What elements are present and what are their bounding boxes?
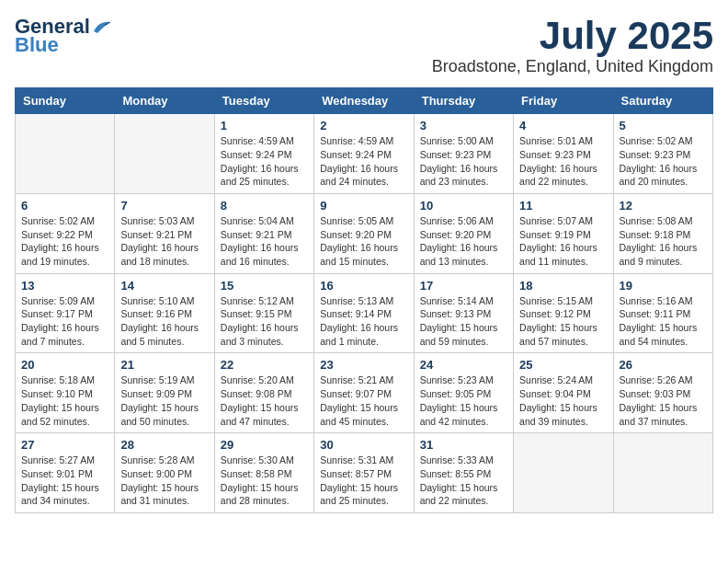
day-number: 7 bbox=[120, 199, 208, 213]
day-number: 22 bbox=[221, 358, 308, 372]
calendar-cell: 19Sunrise: 5:16 AM Sunset: 9:11 PM Dayli… bbox=[613, 273, 712, 353]
day-number: 23 bbox=[320, 358, 407, 372]
day-number: 21 bbox=[120, 358, 208, 372]
day-number: 2 bbox=[320, 119, 407, 132]
calendar-header-friday: Friday bbox=[514, 88, 613, 114]
day-info: Sunrise: 5:06 AM Sunset: 9:20 PM Dayligh… bbox=[420, 214, 507, 269]
day-number: 11 bbox=[519, 199, 607, 213]
logo-bird-icon bbox=[92, 18, 112, 35]
month-title: July 2025 bbox=[432, 15, 713, 57]
logo: General Blue bbox=[15, 15, 112, 57]
calendar-cell bbox=[115, 114, 214, 194]
calendar-cell: 26Sunrise: 5:26 AM Sunset: 9:03 PM Dayli… bbox=[613, 353, 712, 433]
day-info: Sunrise: 5:30 AM Sunset: 8:58 PM Dayligh… bbox=[221, 454, 308, 508]
calendar-cell: 16Sunrise: 5:13 AM Sunset: 9:14 PM Dayli… bbox=[314, 273, 414, 353]
day-number: 8 bbox=[221, 199, 308, 213]
day-number: 28 bbox=[120, 438, 208, 452]
day-number: 26 bbox=[620, 358, 707, 372]
day-info: Sunrise: 5:21 AM Sunset: 9:07 PM Dayligh… bbox=[320, 373, 407, 428]
day-info: Sunrise: 5:08 AM Sunset: 9:18 PM Dayligh… bbox=[620, 214, 707, 269]
calendar-header-thursday: Thursday bbox=[414, 88, 513, 114]
calendar-cell bbox=[16, 114, 115, 194]
page-header: General Blue July 2025 Broadstone, Engla… bbox=[15, 15, 713, 76]
day-info: Sunrise: 5:00 AM Sunset: 9:23 PM Dayligh… bbox=[420, 134, 507, 189]
calendar-cell: 6Sunrise: 5:02 AM Sunset: 9:22 PM Daylig… bbox=[16, 193, 115, 273]
day-number: 24 bbox=[420, 358, 507, 372]
calendar-cell: 13Sunrise: 5:09 AM Sunset: 9:17 PM Dayli… bbox=[16, 273, 115, 353]
calendar-cell: 14Sunrise: 5:10 AM Sunset: 9:16 PM Dayli… bbox=[115, 273, 214, 353]
day-info: Sunrise: 5:20 AM Sunset: 9:08 PM Dayligh… bbox=[221, 373, 308, 428]
day-info: Sunrise: 5:05 AM Sunset: 9:20 PM Dayligh… bbox=[320, 214, 407, 269]
calendar-cell: 18Sunrise: 5:15 AM Sunset: 9:12 PM Dayli… bbox=[514, 273, 613, 353]
calendar-header-row: SundayMondayTuesdayWednesdayThursdayFrid… bbox=[16, 88, 713, 114]
day-number: 29 bbox=[221, 438, 308, 452]
calendar-cell: 28Sunrise: 5:28 AM Sunset: 9:00 PM Dayli… bbox=[115, 433, 214, 513]
day-number: 17 bbox=[420, 279, 507, 293]
day-number: 6 bbox=[21, 199, 108, 213]
calendar-header-wednesday: Wednesday bbox=[314, 88, 414, 114]
calendar-cell: 30Sunrise: 5:31 AM Sunset: 8:57 PM Dayli… bbox=[314, 433, 414, 513]
calendar-header-sunday: Sunday bbox=[16, 88, 115, 114]
day-number: 10 bbox=[420, 199, 507, 213]
calendar-cell: 2Sunrise: 4:59 AM Sunset: 9:24 PM Daylig… bbox=[314, 114, 414, 194]
calendar-cell: 11Sunrise: 5:07 AM Sunset: 9:19 PM Dayli… bbox=[514, 193, 613, 273]
day-info: Sunrise: 5:16 AM Sunset: 9:11 PM Dayligh… bbox=[620, 294, 707, 349]
day-number: 3 bbox=[420, 119, 507, 132]
calendar-week-row-5: 27Sunrise: 5:27 AM Sunset: 9:01 PM Dayli… bbox=[16, 433, 713, 513]
location: Broadstone, England, United Kingdom bbox=[432, 57, 713, 76]
calendar-week-row-1: 1Sunrise: 4:59 AM Sunset: 9:24 PM Daylig… bbox=[16, 114, 713, 194]
day-number: 13 bbox=[21, 279, 108, 293]
calendar-cell bbox=[514, 433, 613, 513]
day-info: Sunrise: 5:02 AM Sunset: 9:22 PM Dayligh… bbox=[21, 214, 108, 269]
calendar-cell: 29Sunrise: 5:30 AM Sunset: 8:58 PM Dayli… bbox=[214, 433, 313, 513]
logo-blue: Blue bbox=[15, 33, 59, 57]
day-info: Sunrise: 5:10 AM Sunset: 9:16 PM Dayligh… bbox=[120, 294, 208, 349]
calendar-cell: 25Sunrise: 5:24 AM Sunset: 9:04 PM Dayli… bbox=[514, 353, 613, 433]
calendar-cell: 31Sunrise: 5:33 AM Sunset: 8:55 PM Dayli… bbox=[414, 433, 513, 513]
calendar-cell: 8Sunrise: 5:04 AM Sunset: 9:21 PM Daylig… bbox=[214, 193, 313, 273]
calendar-cell: 4Sunrise: 5:01 AM Sunset: 9:23 PM Daylig… bbox=[514, 114, 613, 194]
day-info: Sunrise: 5:27 AM Sunset: 9:01 PM Dayligh… bbox=[21, 454, 108, 508]
day-info: Sunrise: 5:28 AM Sunset: 9:00 PM Dayligh… bbox=[120, 454, 208, 508]
day-number: 27 bbox=[21, 438, 108, 452]
day-info: Sunrise: 5:04 AM Sunset: 9:21 PM Dayligh… bbox=[221, 214, 308, 269]
day-info: Sunrise: 5:12 AM Sunset: 9:15 PM Dayligh… bbox=[221, 294, 308, 349]
calendar-cell: 20Sunrise: 5:18 AM Sunset: 9:10 PM Dayli… bbox=[16, 353, 115, 433]
calendar-cell: 17Sunrise: 5:14 AM Sunset: 9:13 PM Dayli… bbox=[414, 273, 513, 353]
day-info: Sunrise: 5:01 AM Sunset: 9:23 PM Dayligh… bbox=[519, 134, 607, 189]
calendar-cell: 27Sunrise: 5:27 AM Sunset: 9:01 PM Dayli… bbox=[16, 433, 115, 513]
calendar-table: SundayMondayTuesdayWednesdayThursdayFrid… bbox=[15, 87, 713, 513]
calendar-cell: 15Sunrise: 5:12 AM Sunset: 9:15 PM Dayli… bbox=[214, 273, 313, 353]
day-info: Sunrise: 5:14 AM Sunset: 9:13 PM Dayligh… bbox=[420, 294, 507, 349]
calendar-cell: 22Sunrise: 5:20 AM Sunset: 9:08 PM Dayli… bbox=[214, 353, 313, 433]
day-number: 25 bbox=[519, 358, 607, 372]
day-number: 16 bbox=[320, 279, 407, 293]
calendar-cell: 10Sunrise: 5:06 AM Sunset: 9:20 PM Dayli… bbox=[414, 193, 513, 273]
calendar-cell: 7Sunrise: 5:03 AM Sunset: 9:21 PM Daylig… bbox=[115, 193, 214, 273]
day-number: 12 bbox=[620, 199, 707, 213]
day-info: Sunrise: 5:02 AM Sunset: 9:23 PM Dayligh… bbox=[620, 134, 707, 189]
day-info: Sunrise: 5:23 AM Sunset: 9:05 PM Dayligh… bbox=[420, 373, 507, 428]
day-number: 19 bbox=[620, 279, 707, 293]
calendar-week-row-2: 6Sunrise: 5:02 AM Sunset: 9:22 PM Daylig… bbox=[16, 193, 713, 273]
calendar-cell: 23Sunrise: 5:21 AM Sunset: 9:07 PM Dayli… bbox=[314, 353, 414, 433]
day-info: Sunrise: 5:09 AM Sunset: 9:17 PM Dayligh… bbox=[21, 294, 108, 349]
day-number: 4 bbox=[519, 119, 607, 132]
calendar-header-monday: Monday bbox=[115, 88, 214, 114]
calendar-cell: 12Sunrise: 5:08 AM Sunset: 9:18 PM Dayli… bbox=[613, 193, 712, 273]
calendar-cell: 5Sunrise: 5:02 AM Sunset: 9:23 PM Daylig… bbox=[613, 114, 712, 194]
day-number: 20 bbox=[21, 358, 108, 372]
title-section: July 2025 Broadstone, England, United Ki… bbox=[432, 15, 713, 76]
day-number: 18 bbox=[519, 279, 607, 293]
day-info: Sunrise: 5:19 AM Sunset: 9:09 PM Dayligh… bbox=[120, 373, 208, 428]
day-info: Sunrise: 5:07 AM Sunset: 9:19 PM Dayligh… bbox=[519, 214, 607, 269]
day-info: Sunrise: 5:18 AM Sunset: 9:10 PM Dayligh… bbox=[21, 373, 108, 428]
calendar-header-tuesday: Tuesday bbox=[214, 88, 313, 114]
day-number: 5 bbox=[620, 119, 707, 132]
calendar-cell: 9Sunrise: 5:05 AM Sunset: 9:20 PM Daylig… bbox=[314, 193, 414, 273]
calendar-header-saturday: Saturday bbox=[613, 88, 712, 114]
day-number: 15 bbox=[221, 279, 308, 293]
calendar-cell bbox=[613, 433, 712, 513]
day-info: Sunrise: 5:31 AM Sunset: 8:57 PM Dayligh… bbox=[320, 454, 407, 508]
calendar-week-row-4: 20Sunrise: 5:18 AM Sunset: 9:10 PM Dayli… bbox=[16, 353, 713, 433]
